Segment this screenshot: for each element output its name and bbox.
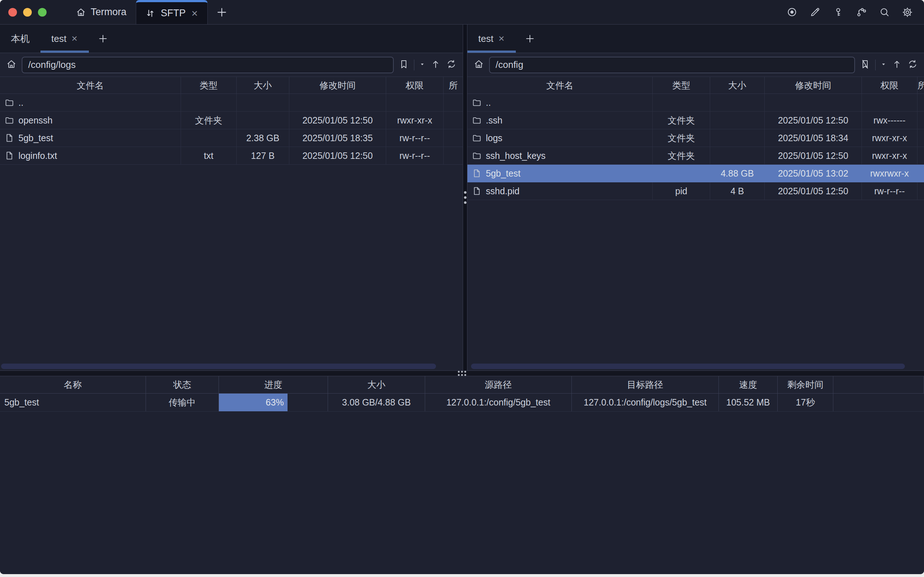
table-row[interactable]: openssh 文件夹 2025/01/05 12:50 rwxr-xr-x [0,111,463,129]
column-header-size[interactable]: 大小 [237,77,289,93]
tab-session-label: test [51,33,66,44]
column-header-filename[interactable]: 文件名 [468,77,653,93]
pane-splitter[interactable] [463,24,468,371]
column-header-mtime[interactable]: 修改时间 [289,77,386,93]
parent-directory-button[interactable] [892,59,902,71]
table-row[interactable]: 5gb_test 2.38 GB 2025/01/05 18:35 rw-r--… [0,129,463,147]
refresh-button[interactable] [907,58,918,71]
column-header-perm[interactable]: 权限 [862,77,918,93]
file-name: openssh [18,111,53,129]
column-header-owner[interactable]: 所 [918,77,924,93]
minimize-window-button[interactable] [23,8,32,17]
folder-icon [472,97,482,108]
sftp-tab-label: SFTP [161,8,185,19]
remote-pane-tabs: test × [468,24,924,53]
column-header-speed[interactable]: 速度 [719,376,778,393]
table-row[interactable]: logs 文件夹 2025/01/05 18:34 rwxr-xr-x [468,129,924,147]
bookmark-dropdown-button[interactable] [880,61,887,69]
refresh-icon [907,58,918,70]
close-window-button[interactable] [8,8,17,17]
file-name: 5gb_test [486,164,521,182]
add-session-tab-button-right[interactable] [516,24,544,53]
column-header-remaining[interactable]: 剩余时间 [778,376,833,393]
gear-icon [901,6,913,18]
horizontal-scrollbar [0,363,463,371]
column-header-mtime[interactable]: 修改时间 [765,77,862,93]
home-directory-button[interactable] [473,58,484,71]
key-icon [833,6,844,18]
local-pane-tabs: 本机 test × [0,24,463,53]
local-pathbar [0,53,463,77]
column-header-type[interactable]: 类型 [653,77,710,93]
close-session-tab-button[interactable]: × [71,34,78,44]
table-row[interactable]: .. [0,94,463,111]
folder-icon [4,115,15,125]
folder-icon [472,151,482,161]
column-header-progress[interactable]: 进度 [219,376,328,393]
scrollbar-thumb[interactable] [471,364,905,369]
file-name: logs [486,129,503,147]
home-directory-button[interactable] [6,58,17,71]
window-controls [0,0,55,24]
bookmark-icon [398,59,409,70]
table-row[interactable]: loginfo.txt txt 127 B 2025/01/05 12:50 r… [0,147,463,164]
new-tab-button[interactable] [208,0,236,24]
column-header-source[interactable]: 源路径 [425,376,572,393]
table-row-selected[interactable]: 5gb_test 4.88 GB 2025/01/05 13:02 rwxrwx… [468,164,924,182]
keys-button[interactable] [831,5,845,19]
bookmark-button[interactable] [860,59,871,71]
transfer-header: 名称 状态 进度 大小 源路径 目标路径 速度 剩余时间 [0,376,924,393]
transfer-source-path: 127.0.0.1:/config/5gb_test [425,393,572,411]
close-session-tab-button[interactable]: × [498,34,505,44]
tab-local-machine[interactable]: 本机 [0,24,40,53]
transfer-row[interactable]: 5gb_test 传输中 63% 3.08 GB/4.88 GB 127.0.0… [0,393,924,412]
column-header-perm[interactable]: 权限 [386,77,443,93]
column-header-owner[interactable]: 所 [443,77,463,93]
edit-button[interactable] [808,5,822,19]
parent-directory-button[interactable] [430,59,441,71]
transfer-size: 3.08 GB/4.88 GB [328,393,425,411]
source-control-button[interactable] [854,5,868,19]
arrow-up-icon [430,59,441,70]
tab-session-test-left[interactable]: test × [40,24,89,53]
tab-sftp[interactable]: SFTP × [136,0,208,24]
search-icon [879,6,890,18]
add-session-tab-button-left[interactable] [89,24,117,53]
table-row[interactable]: .. [468,94,924,111]
transfer-panel-splitter[interactable] [0,371,924,376]
maximize-window-button[interactable] [38,8,47,17]
tab-termora-home[interactable]: Termora [66,0,136,24]
bookmark-button[interactable] [398,59,409,71]
column-header-empty [833,376,924,393]
search-button[interactable] [877,5,892,19]
bookmark-dropdown-button[interactable] [419,61,426,69]
close-sftp-tab-button[interactable]: × [191,8,199,19]
column-header-type[interactable]: 类型 [181,77,237,93]
file-icon [472,186,482,196]
record-button[interactable] [785,5,799,19]
transfer-table: 名称 状态 进度 大小 源路径 目标路径 速度 剩余时间 5gb_test 传输… [0,376,924,412]
column-header-size[interactable]: 大小 [710,77,765,93]
refresh-button[interactable] [446,58,457,71]
table-row[interactable]: sshd.pid pid 4 B 2025/01/05 12:50 rw-r--… [468,182,924,200]
column-header-status[interactable]: 状态 [146,376,219,393]
transfer-target-path: 127.0.0.1:/config/logs/5gb_test [572,393,719,411]
refresh-icon [446,58,457,70]
file-list-empty-area [0,164,463,363]
file-name: 5gb_test [18,129,53,147]
table-row[interactable]: .ssh 文件夹 2025/01/05 12:50 rwx------ [468,111,924,129]
column-header-target[interactable]: 目标路径 [572,376,719,393]
tab-local-label: 本机 [11,32,30,45]
local-path-input[interactable] [22,57,394,73]
settings-button[interactable] [900,5,914,19]
chevron-down-icon [880,61,887,68]
column-header-size[interactable]: 大小 [328,376,425,393]
table-row[interactable]: ssh_host_keys 文件夹 2025/01/05 12:50 rwxr-… [468,147,924,164]
branch-icon [856,6,867,18]
column-header-name[interactable]: 名称 [0,376,146,393]
column-header-filename[interactable]: 文件名 [0,77,181,93]
remote-path-input[interactable] [489,57,855,73]
scrollbar-thumb[interactable] [1,364,436,369]
chevron-down-icon [419,61,426,68]
tab-session-test-right[interactable]: test × [468,24,516,53]
